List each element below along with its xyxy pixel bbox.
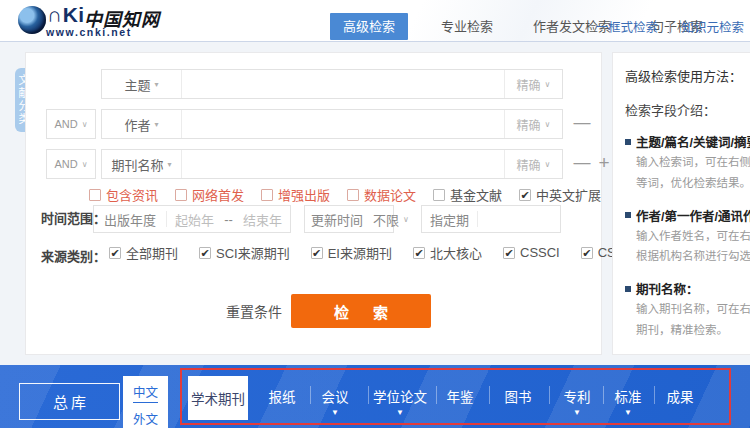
filter-option[interactable]: 数据论文 [347, 185, 416, 204]
db-tab[interactable]: 成果 [667, 386, 694, 406]
help-section-text: 输入期刊名称，可在右侧列表中勾选 [636, 301, 750, 319]
db-tab[interactable]: 标准 [615, 386, 642, 406]
help-section-head: 作者/第一作者/通讯作者： [625, 206, 750, 225]
db-tab[interactable]: 会议 [322, 386, 349, 406]
source-option[interactable]: 北大核心 [413, 243, 482, 262]
checkbox-checked[interactable] [581, 247, 593, 259]
publish-year-label[interactable]: 出版年度 [94, 210, 166, 229]
nav-tab-item[interactable]: 专业检索 [434, 13, 500, 40]
help-title: 高级检索使用方法： [625, 66, 750, 85]
checkbox-label: 增强出版 [278, 185, 330, 204]
help-section-head: 主题/篇名/关键词/摘要/全文 [625, 132, 750, 151]
match-mode-select[interactable]: 精确∨ [504, 110, 562, 138]
search-term-input[interactable] [182, 150, 504, 178]
filter-option[interactable]: 中英文扩展 [519, 185, 601, 204]
divider [477, 211, 478, 227]
checkbox-unchecked[interactable] [433, 189, 445, 201]
chevron-down-icon: ∨ [82, 160, 88, 169]
db-tab[interactable]: 报纸 [269, 386, 296, 406]
bullet-square-icon [625, 286, 631, 292]
search-button[interactable]: 检 索 [291, 294, 431, 328]
chevron-down-icon[interactable]: ▼ [396, 408, 404, 417]
db-tab[interactable]: 专利 [564, 386, 591, 406]
field-name-select[interactable]: 期刊名称▾ [102, 150, 182, 178]
db-tab[interactable]: 年鉴 [447, 386, 474, 406]
chevron-down-icon: ▾ [155, 80, 159, 89]
checkbox-checked[interactable] [503, 247, 515, 259]
chevron-down-icon: ∨ [545, 160, 551, 169]
tab-separator [489, 386, 490, 404]
filter-option[interactable]: 增强出版 [261, 185, 330, 204]
filter-option[interactable]: 包含资讯 [89, 185, 158, 204]
language-link[interactable]: 中文 [133, 382, 158, 403]
checkbox-checked[interactable] [109, 247, 121, 259]
checkbox-unchecked[interactable] [89, 189, 101, 201]
filter-option[interactable]: 网络首发 [175, 185, 244, 204]
checkbox-checked[interactable] [311, 247, 323, 259]
match-mode-select[interactable]: 精确∨ [504, 150, 562, 178]
header-link[interactable]: 知识元检索 [681, 17, 744, 36]
db-tab[interactable]: 学位论文 [373, 386, 427, 406]
tab-separator [654, 386, 655, 404]
help-section: 基金：输入基金名称，可在推荐列表中勾选基金项目，精准检索。 [625, 353, 750, 355]
chevron-down-icon[interactable]: ▼ [573, 408, 581, 417]
help-section: 作者/第一作者/通讯作者：输入作者姓名，可在右侧同名作者根据机构名称进行勾选，精… [625, 206, 750, 267]
search-field-box: 期刊名称▾精确∨ [101, 149, 563, 179]
publish-year-range-box: 出版年度 起始年 -- 结束年 [93, 205, 291, 233]
checkbox-label: 基金文献 [450, 185, 502, 204]
checkbox-unchecked[interactable] [261, 189, 273, 201]
chevron-down-icon: ∨ [545, 120, 551, 129]
remove-row-button[interactable]: — [572, 149, 592, 179]
total-library-button[interactable]: 总库 [19, 383, 120, 420]
source-option[interactable]: EI来源期刊 [311, 243, 392, 262]
language-link[interactable]: 外文 [133, 409, 158, 428]
filter-option[interactable]: 基金文献 [433, 185, 502, 204]
source-option[interactable]: CSSCI [503, 243, 560, 262]
match-mode-select[interactable]: 精确∨ [504, 70, 562, 98]
checkbox-label: CSSCI [520, 245, 560, 260]
search-condition-row: AND∨作者▾精确∨— [26, 109, 603, 139]
checkbox-label: 包含资讯 [106, 185, 158, 204]
tab-separator [603, 386, 604, 404]
search-condition-row: 主题▾精确∨ [26, 69, 603, 99]
checkbox-checked[interactable] [413, 247, 425, 259]
add-row-button[interactable]: + [594, 149, 614, 179]
chevron-down-icon[interactable]: ▼ [624, 408, 632, 417]
checkbox-checked[interactable] [199, 247, 211, 259]
header-link[interactable]: 一框式检索 [596, 17, 659, 36]
reset-conditions-button[interactable]: 重置条件 [226, 296, 282, 328]
checkbox-unchecked[interactable] [175, 189, 187, 201]
source-option[interactable]: SCI来源期刊 [199, 243, 290, 262]
logic-operator-select[interactable]: AND∨ [46, 109, 96, 139]
search-field-box: 主题▾精确∨ [101, 69, 563, 99]
tab-separator [436, 386, 437, 404]
search-term-input[interactable] [182, 70, 504, 98]
source-category-label: 来源类别： [41, 243, 106, 271]
start-year-input[interactable]: 起始年 [167, 210, 222, 229]
remove-row-button[interactable]: — [572, 109, 592, 139]
year-dash: -- [222, 212, 235, 227]
advanced-search-form: 主题▾精确∨AND∨作者▾精确∨—AND∨期刊名称▾精确∨—+ 包含资讯网络首发… [25, 52, 602, 355]
database-bar: 总库 中文外文 学术期刊报纸会议▼学位论文▼年鉴图书专利▼标准▼成果 [0, 365, 750, 428]
tab-separator [549, 386, 550, 404]
search-term-input[interactable] [182, 110, 504, 138]
update-time-select[interactable]: 不限 [369, 210, 403, 229]
checkbox-label: 中英文扩展 [536, 185, 601, 204]
field-name-select[interactable]: 主题▾ [102, 70, 182, 98]
help-section-head: 期刊名称： [625, 279, 750, 298]
checkbox-checked[interactable] [519, 189, 531, 201]
db-tab-active[interactable]: 学术期刊 [188, 376, 248, 420]
field-name-select[interactable]: 作者▾ [102, 110, 182, 138]
help-section-head: 基金： [625, 353, 750, 355]
logic-operator-select[interactable]: AND∨ [46, 149, 96, 179]
chevron-down-icon[interactable]: ▼ [331, 408, 339, 417]
nav-tab-active[interactable]: 高级检索 [330, 13, 408, 40]
checkbox-label: 全部期刊 [126, 243, 178, 262]
checkbox-unchecked[interactable] [347, 189, 359, 201]
db-tab[interactable]: 图书 [505, 386, 532, 406]
end-year-input[interactable]: 结束年 [235, 210, 290, 229]
source-option[interactable]: 全部期刊 [109, 243, 178, 262]
checkbox-label: SCI来源期刊 [216, 243, 290, 262]
option-checkbox-row: 包含资讯网络首发增强出版数据论文基金文献中英文扩展同义词扩展 [89, 185, 700, 204]
tab-separator [368, 386, 369, 404]
